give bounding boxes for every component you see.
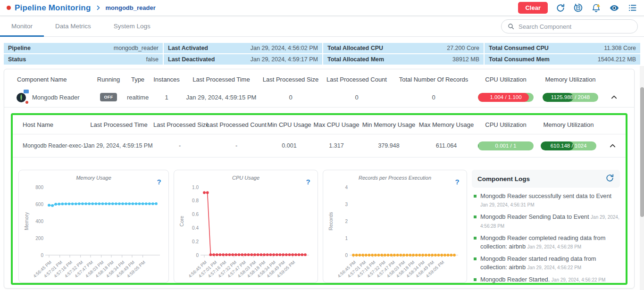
svg-text:0.2: 0.2: [192, 239, 199, 244]
svg-text:?: ?: [306, 178, 310, 186]
col-last-processed-count: Last Processed Count: [322, 76, 392, 83]
col-last-processed-size: Last Processed Size: [259, 76, 322, 83]
log-item: Mongodb Reader Sending Data to Event Jan…: [472, 213, 620, 231]
svg-text:?: ?: [157, 178, 161, 186]
col-min-mem: Min Memory Usage: [361, 121, 417, 128]
col-type: Type: [125, 76, 150, 83]
scrollbar-thumb[interactable]: [640, 87, 644, 217]
max-cpu-cell: 1.317: [312, 142, 361, 149]
svg-text:0: 0: [196, 253, 199, 258]
col-host-cpu-util: CPU Utilization: [476, 121, 535, 128]
log-item: Mongodb Reader successfully sent data to…: [472, 192, 620, 209]
cpu-utilization-badge: 1.004 / 1.100: [476, 93, 536, 102]
col-total-records: Total Number Of Records: [392, 76, 476, 83]
collapse-chevron-icon[interactable]: [605, 94, 623, 101]
notification-bell-icon[interactable]: !: [591, 3, 601, 13]
search-icon: [507, 23, 515, 30]
component-logs-panel: Component Logs Mongodb Reader successful…: [472, 170, 620, 283]
svg-text:Records per Process Execution: Records per Process Execution: [359, 175, 431, 181]
scrollbar-track[interactable]: [640, 66, 644, 290]
svg-text:800: 800: [35, 185, 43, 190]
tab-monitor[interactable]: Monitor: [0, 16, 44, 36]
cpu-usage-chart: CPU Usage?00.20.40.60.81.0Core4:56:45 PM…: [174, 170, 318, 283]
summary-total-allocated-cpu: Total Allocated CPU 27.200 Core: [323, 43, 484, 53]
col-memory-utilization: Memory Utilization: [536, 76, 605, 83]
search-component-box[interactable]: [501, 19, 638, 33]
min-cpu-cell: 0.001: [267, 142, 312, 149]
svg-text:0: 0: [345, 253, 348, 258]
svg-text:Memory Usage: Memory Usage: [76, 175, 111, 181]
max-mem-cell: 611.064: [417, 142, 476, 149]
col-max-cpu: Max CPU Usage: [312, 121, 361, 128]
svg-text:4: 4: [345, 185, 348, 190]
history-log-icon[interactable]: [573, 3, 583, 13]
component-row: Mongodb Reader OFF realtime 1 Jan 29, 20…: [4, 87, 634, 107]
pipeline-summary: Pipeline mongodb_reader Last Activated J…: [4, 43, 640, 65]
logs-refresh-icon[interactable]: [605, 174, 614, 184]
summary-pipeline: Pipeline mongodb_reader: [4, 43, 163, 53]
svg-text:CPU Usage: CPU Usage: [232, 175, 259, 181]
header-left: Pipeline Monitoring mongodb_reader: [7, 3, 156, 13]
log-item: Mongodb Reader completed reading data fr…: [472, 234, 620, 251]
col-instances: Instances: [150, 76, 183, 83]
min-mem-cell: 379.948: [361, 142, 417, 149]
svg-text:1: 1: [345, 236, 348, 241]
type-cell: realtime: [125, 94, 150, 101]
host-name-cell: Mongodb Reader-exec-1: [13, 142, 84, 149]
col-component-name: Component Name: [4, 76, 92, 83]
records-per-process-chart: Records per Process Execution?01234Recor…: [323, 170, 467, 283]
col-host-lpt: Last Processed Time: [84, 121, 153, 128]
breadcrumb-chevron-icon: [96, 5, 101, 10]
memory-usage-chart: Memory Usage?0200400600800Memory4:56:45 …: [18, 170, 169, 283]
instances-cell: 1: [150, 94, 183, 101]
refresh-icon[interactable]: [556, 3, 565, 13]
mongodb-icon: [16, 91, 27, 103]
pipeline-monitoring-page: Pipeline Monitoring mongodb_reader Clear…: [0, 0, 644, 290]
host-memory-utilization-badge: 610.148 / 1024: [535, 141, 602, 150]
svg-text:1.0: 1.0: [192, 185, 199, 190]
col-min-cpu: Min CPU Usage: [267, 121, 312, 128]
eye-icon[interactable]: [609, 3, 619, 13]
tab-bar: Monitor Data Metrics System Logs: [0, 16, 644, 37]
host-lps-cell: -: [153, 142, 206, 149]
host-details-panel: Host Name Last Processed Time Last Proce…: [11, 113, 627, 285]
summary-total-allocated-mem: Total Allocated Mem 38912 MB: [323, 54, 484, 65]
host-lpt-cell: Jan 29, 2024, 4:59:15 PM: [84, 142, 153, 149]
host-lpc-cell: -: [206, 142, 267, 149]
summary-status: Status false: [4, 54, 163, 65]
col-running: Running: [92, 76, 125, 83]
clear-button[interactable]: Clear: [518, 2, 548, 14]
records-cell: 0: [392, 94, 476, 101]
col-host-mem-util: Memory Utilization: [535, 121, 602, 128]
log-bullet-icon: [474, 237, 477, 240]
log-item: Mongodb Reader Started. Jan 29, 2024, 4:…: [472, 275, 620, 283]
summary-last-deactivated: Last Deactivated Jan 29, 2024, 4:59:17 P…: [164, 54, 322, 65]
host-collapse-chevron-icon[interactable]: [602, 142, 623, 149]
summary-last-activated: Last Activated Jan 29, 2024, 4:56:02 PM: [164, 43, 322, 53]
component-table-header: Component Name Running Type Instances La…: [4, 69, 634, 87]
col-last-processed-time: Last Processed Time: [183, 76, 259, 83]
svg-text:!: !: [598, 4, 599, 7]
search-input[interactable]: [519, 23, 632, 30]
log-bullet-icon: [474, 195, 477, 198]
component-logs-title: Component Logs: [477, 175, 530, 182]
svg-text:0.8: 0.8: [192, 198, 199, 203]
tab-system-logs[interactable]: System Logs: [102, 16, 162, 36]
svg-text:Records: Records: [328, 212, 334, 230]
log-bullet-icon: [474, 257, 477, 260]
svg-text:?: ?: [455, 178, 459, 186]
svg-text:Memory: Memory: [24, 212, 29, 230]
host-row: Mongodb Reader-exec-1 Jan 29, 2024, 4:59…: [13, 134, 626, 157]
lpc-cell: 0: [322, 94, 392, 101]
running-toggle[interactable]: OFF: [92, 93, 125, 101]
svg-text:Core: Core: [179, 215, 184, 226]
col-host-name: Host Name: [13, 121, 84, 128]
tab-data-metrics[interactable]: Data Metrics: [44, 16, 102, 36]
log-bullet-icon: [474, 215, 477, 218]
component-logs-header: Component Logs: [472, 170, 620, 188]
col-host-lps: Last Processed Size: [153, 121, 206, 128]
menu-list-icon[interactable]: [627, 3, 637, 13]
record-dot-icon: [7, 6, 11, 10]
header-actions: Clear !: [518, 2, 637, 14]
breadcrumb[interactable]: mongodb_reader: [106, 4, 156, 11]
